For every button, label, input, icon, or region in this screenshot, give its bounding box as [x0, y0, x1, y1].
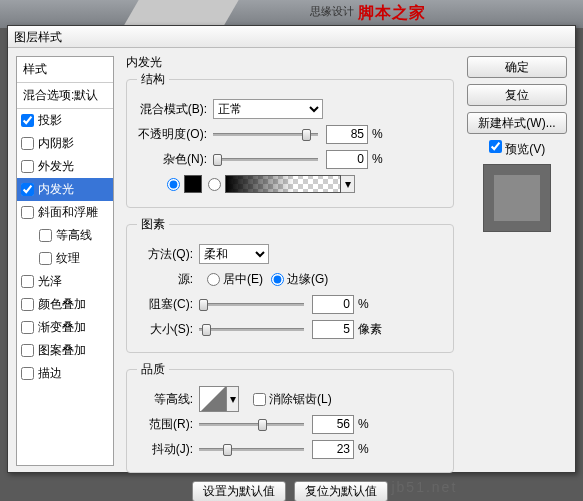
- size-slider[interactable]: [199, 320, 304, 338]
- sidebar-checkbox-1[interactable]: [21, 137, 34, 150]
- size-input[interactable]: 5: [312, 320, 354, 339]
- size-unit: 像素: [358, 321, 382, 338]
- elements-group: 图素 方法(Q): 柔和 源: 居中(E) 边缘(G) 阻塞(C): 0 % 大…: [126, 216, 454, 353]
- gradient-radio[interactable]: [208, 178, 221, 191]
- range-slider[interactable]: [199, 415, 304, 433]
- sidebar-checkbox-11[interactable]: [21, 367, 34, 380]
- technique-select[interactable]: 柔和: [199, 244, 269, 264]
- range-input[interactable]: 56: [312, 415, 354, 434]
- color-radio[interactable]: [167, 178, 180, 191]
- sidebar-checkbox-9[interactable]: [21, 321, 34, 334]
- sidebar-checkbox-7[interactable]: [21, 275, 34, 288]
- sidebar-item-11[interactable]: 描边: [17, 362, 113, 385]
- contour-dropdown[interactable]: ▾: [227, 386, 239, 412]
- source-edge-label: 边缘(G): [287, 271, 328, 288]
- sidebar-item-1[interactable]: 内阴影: [17, 132, 113, 155]
- sidebar-item-3[interactable]: 内发光: [17, 178, 113, 201]
- noise-input[interactable]: 0: [326, 150, 368, 169]
- sidebar-checkbox-0[interactable]: [21, 114, 34, 127]
- reset-default-button[interactable]: 复位为默认值: [294, 481, 388, 501]
- jitter-slider[interactable]: [199, 440, 304, 458]
- sidebar-item-9[interactable]: 渐变叠加: [17, 316, 113, 339]
- size-label: 大小(S):: [137, 321, 193, 338]
- sidebar-checkbox-4[interactable]: [21, 206, 34, 219]
- structure-legend: 结构: [137, 71, 169, 88]
- source-label: 源:: [137, 271, 193, 288]
- source-edge-radio[interactable]: [271, 273, 284, 286]
- sidebar-item-6[interactable]: 纹理: [17, 247, 113, 270]
- structure-group: 结构 混合模式(B): 正常 不透明度(O): 85 % 杂色(N): 0 % …: [126, 71, 454, 208]
- sidebar-item-2[interactable]: 外发光: [17, 155, 113, 178]
- sidebar-header-blend[interactable]: 混合选项:默认: [17, 83, 113, 109]
- opacity-label: 不透明度(O):: [137, 126, 207, 143]
- color-swatch[interactable]: [184, 175, 202, 193]
- sidebar-label: 内发光: [38, 181, 74, 198]
- dialog-title: 图层样式: [8, 26, 575, 48]
- preview-swatch: [483, 164, 551, 232]
- jitter-label: 抖动(J):: [137, 441, 193, 458]
- preview-checkbox[interactable]: [489, 140, 502, 153]
- cancel-button[interactable]: 复位: [467, 84, 567, 106]
- sidebar-checkbox-2[interactable]: [21, 160, 34, 173]
- sidebar-item-4[interactable]: 斜面和浮雕: [17, 201, 113, 224]
- source-center-radio[interactable]: [207, 273, 220, 286]
- noise-unit: %: [372, 152, 383, 166]
- ok-button[interactable]: 确定: [467, 56, 567, 78]
- quality-group: 品质 等高线: ▾ 消除锯齿(L) 范围(R): 56 % 抖动(J): 23 …: [126, 361, 454, 473]
- sidebar-label: 描边: [38, 365, 62, 382]
- sidebar-item-0[interactable]: 投影: [17, 109, 113, 132]
- sidebar-label: 纹理: [56, 250, 80, 267]
- right-buttons: 确定 复位 新建样式(W)... 预览(V): [467, 56, 567, 238]
- sidebar-label: 斜面和浮雕: [38, 204, 98, 221]
- sidebar-item-10[interactable]: 图案叠加: [17, 339, 113, 362]
- preview-label: 预览(V): [505, 142, 545, 156]
- sidebar-checkbox-6[interactable]: [39, 252, 52, 265]
- sidebar-checkbox-5[interactable]: [39, 229, 52, 242]
- range-label: 范围(R):: [137, 416, 193, 433]
- contour-picker[interactable]: [199, 386, 227, 412]
- range-unit: %: [358, 417, 369, 431]
- sidebar-item-8[interactable]: 颜色叠加: [17, 293, 113, 316]
- choke-unit: %: [358, 297, 369, 311]
- choke-slider[interactable]: [199, 295, 304, 313]
- layer-style-dialog: 图层样式 样式 混合选项:默认 投影内阴影外发光内发光斜面和浮雕等高线纹理光泽颜…: [7, 25, 576, 473]
- watermark-text: 思缘设计: [310, 4, 354, 19]
- gradient-picker[interactable]: [225, 175, 341, 193]
- elements-legend: 图素: [137, 216, 169, 233]
- watermark-site: 脚本之家: [358, 3, 426, 24]
- choke-label: 阻塞(C):: [137, 296, 193, 313]
- sidebar-header-styles[interactable]: 样式: [17, 57, 113, 83]
- noise-slider[interactable]: [213, 150, 318, 168]
- sidebar-label: 图案叠加: [38, 342, 86, 359]
- gradient-dropdown[interactable]: ▾: [341, 175, 355, 193]
- sidebar-label: 外发光: [38, 158, 74, 175]
- sidebar-label: 等高线: [56, 227, 92, 244]
- opacity-unit: %: [372, 127, 383, 141]
- contour-label: 等高线:: [137, 391, 193, 408]
- make-default-button[interactable]: 设置为默认值: [192, 481, 286, 501]
- sidebar-item-7[interactable]: 光泽: [17, 270, 113, 293]
- noise-label: 杂色(N):: [137, 151, 207, 168]
- blend-mode-label: 混合模式(B):: [137, 101, 207, 118]
- sidebar-label: 渐变叠加: [38, 319, 86, 336]
- sidebar-label: 内阴影: [38, 135, 74, 152]
- sidebar-label: 光泽: [38, 273, 62, 290]
- blend-mode-select[interactable]: 正常: [213, 99, 323, 119]
- sidebar-label: 颜色叠加: [38, 296, 86, 313]
- sidebar-item-5[interactable]: 等高线: [17, 224, 113, 247]
- quality-legend: 品质: [137, 361, 169, 378]
- new-style-button[interactable]: 新建样式(W)...: [467, 112, 567, 134]
- antialias-checkbox[interactable]: [253, 393, 266, 406]
- choke-input[interactable]: 0: [312, 295, 354, 314]
- sidebar-checkbox-3[interactable]: [21, 183, 34, 196]
- sidebar-label: 投影: [38, 112, 62, 129]
- opacity-input[interactable]: 85: [326, 125, 368, 144]
- sidebar-checkbox-10[interactable]: [21, 344, 34, 357]
- main-panel: 内发光 结构 混合模式(B): 正常 不透明度(O): 85 % 杂色(N): …: [122, 54, 454, 467]
- opacity-slider[interactable]: [213, 125, 318, 143]
- styles-sidebar: 样式 混合选项:默认 投影内阴影外发光内发光斜面和浮雕等高线纹理光泽颜色叠加渐变…: [16, 56, 114, 466]
- source-center-label: 居中(E): [223, 271, 263, 288]
- jitter-input[interactable]: 23: [312, 440, 354, 459]
- sidebar-checkbox-8[interactable]: [21, 298, 34, 311]
- technique-label: 方法(Q):: [137, 246, 193, 263]
